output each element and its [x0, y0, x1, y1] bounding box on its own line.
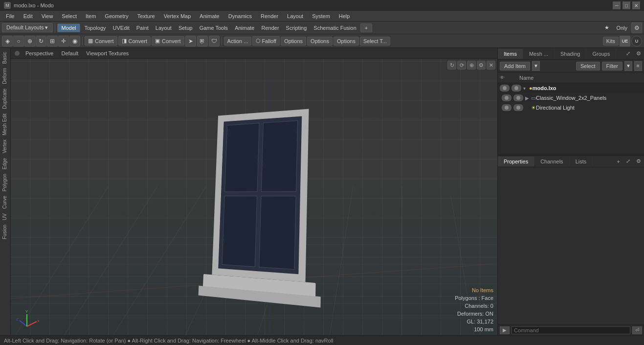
add-item-button[interactable]: Add Item — [500, 62, 530, 70]
vp-render-mode[interactable]: Default — [59, 50, 80, 57]
visibility-toggle[interactable] — [502, 94, 511, 101]
tab-groups[interactable]: Groups — [586, 49, 616, 59]
sidebar-item-curve[interactable]: Curve — [1, 194, 10, 211]
expand-icon[interactable]: ▾ — [523, 86, 529, 91]
minimize-button[interactable]: ─ — [613, 1, 621, 9]
tab-schematic[interactable]: Schematic Fusion — [311, 24, 359, 32]
menu-item-dynamics[interactable]: Dynamics — [224, 12, 256, 20]
visibility-toggle[interactable] — [500, 85, 510, 92]
plus-btn[interactable]: + — [614, 157, 623, 166]
convert-button-2[interactable]: ◨ Convert — [118, 36, 151, 46]
expand-panel-btn[interactable]: ⤢ — [623, 48, 633, 59]
menu-item-render[interactable]: Render — [257, 12, 282, 20]
vp-view-type[interactable]: Perspective — [23, 50, 55, 57]
tab-model[interactable]: Model — [57, 23, 81, 32]
menu-item-select[interactable]: Select — [58, 12, 81, 20]
tab-animate[interactable]: Animate — [232, 24, 257, 32]
shield2-tool-icon[interactable]: 🛡 — [209, 36, 220, 46]
tab-scripting[interactable]: Scripting — [283, 24, 310, 32]
list-item[interactable]: ▶ ☀ Directional Light — [498, 103, 644, 113]
arrow-tool-icon[interactable]: ➤ — [185, 36, 196, 46]
vp-ctrl-zoom[interactable]: ⊕ — [467, 61, 476, 69]
tab-topology[interactable]: Topology — [81, 24, 109, 32]
magnet-tool-icon[interactable]: ⊕ — [24, 36, 35, 46]
command-input[interactable] — [511, 326, 630, 334]
sidebar-item-polygon[interactable]: Polygon — [1, 172, 10, 193]
menu-item-geometry[interactable]: Geometry — [101, 12, 132, 20]
falloff-button[interactable]: ⬡ Falloff — [252, 36, 280, 46]
vp-ctrl-close[interactable]: ✕ — [487, 61, 495, 69]
visibility-toggle2[interactable] — [513, 94, 523, 101]
convert-button-3[interactable]: ▣ Convert — [152, 36, 184, 46]
sidebar-item-edge[interactable]: Edge — [1, 156, 10, 171]
select-button[interactable]: Select — [576, 62, 600, 70]
props-settings-btn[interactable]: ⚙ — [633, 156, 644, 166]
menu-item-edit[interactable]: Edit — [20, 12, 37, 20]
tab-layout[interactable]: Layout — [153, 24, 175, 32]
menu-item-file[interactable]: File — [2, 12, 19, 20]
visibility-toggle2[interactable] — [511, 85, 521, 92]
vp-ctrl-refresh[interactable]: ⟳ — [457, 61, 466, 69]
menu-item-item[interactable]: Item — [82, 12, 100, 20]
menu-item-view[interactable]: View — [38, 12, 57, 20]
tab-properties[interactable]: Properties — [498, 157, 534, 166]
menu-item-animate[interactable]: Animate — [196, 12, 223, 20]
tab-lists[interactable]: Lists — [570, 157, 593, 166]
more-btn[interactable]: ≡ — [634, 61, 642, 71]
options-button-1[interactable]: Options — [281, 37, 306, 46]
shield-tool-icon[interactable]: ⛨ — [197, 36, 208, 46]
menu-item-texture[interactable]: Texture — [133, 12, 159, 20]
tab-shading[interactable]: Shading — [555, 49, 586, 59]
vp-ctrl-orbit[interactable]: ↻ — [447, 61, 456, 69]
tab-setup[interactable]: Setup — [176, 24, 196, 32]
unreal-icon[interactable]: U — [631, 36, 642, 46]
list-item[interactable]: ▾ ● modo.lxo — [498, 83, 644, 93]
tab-uvedit[interactable]: UVEdit — [110, 24, 133, 32]
ue-icon[interactable]: UE — [620, 36, 630, 46]
sidebar-item-mesh-edit[interactable]: Mesh Edit — [1, 112, 10, 137]
sidebar-item-fusion[interactable]: Fusion — [1, 223, 10, 241]
kits-button[interactable]: Kits — [603, 37, 619, 46]
options-button-2[interactable]: Options — [307, 37, 333, 46]
tab-items[interactable]: Items — [498, 49, 523, 59]
sidebar-item-deform[interactable]: Deform — [1, 66, 10, 86]
tab-mesh[interactable]: Mesh ... — [523, 49, 555, 59]
options-button-3[interactable]: Options — [333, 37, 359, 46]
add-item-dropdown[interactable]: ▼ — [532, 61, 540, 71]
select-tool-icon[interactable]: ◈ — [2, 36, 13, 46]
maximize-button[interactable]: □ — [622, 1, 630, 9]
filter-button[interactable]: Filter — [602, 62, 622, 70]
sidebar-item-duplicate[interactable]: Duplicate — [1, 87, 10, 111]
circle-tool-icon[interactable]: ○ — [13, 36, 24, 46]
panel-settings-btn[interactable]: ⚙ — [633, 48, 644, 59]
rotate-tool-icon[interactable]: ↻ — [36, 36, 46, 46]
convert-button-1[interactable]: ▦ Convert — [85, 36, 117, 46]
select-tool-btn[interactable]: Select T... — [360, 37, 390, 46]
tab-render[interactable]: Render — [258, 24, 282, 32]
menu-item-vertex map[interactable]: Vertex Map — [160, 12, 195, 20]
tab-game-tools[interactable]: Game Tools — [197, 24, 231, 32]
list-item[interactable]: ▶ ▭ Classic_Window_2x2_Panels — [498, 93, 644, 103]
close-button[interactable]: ✕ — [632, 1, 640, 9]
gear-settings-icon[interactable]: ⚙ — [631, 23, 642, 33]
command-execute-btn[interactable]: ⏎ — [632, 326, 642, 334]
action-button[interactable]: Action ... — [224, 37, 252, 46]
sidebar-item-basic[interactable]: Basic — [1, 50, 10, 66]
expand-props-btn[interactable]: ⤢ — [623, 156, 633, 166]
menu-item-layout[interactable]: Layout — [283, 12, 307, 20]
menu-item-system[interactable]: System — [308, 12, 334, 20]
command-arrow-btn[interactable]: ▶ — [500, 326, 510, 334]
visibility-toggle[interactable] — [502, 104, 511, 111]
vp-ctrl-settings[interactable]: ⚙ — [477, 61, 486, 69]
camera-tool-icon[interactable]: ◉ — [69, 36, 80, 46]
scale-tool-icon[interactable]: ⊞ — [47, 36, 58, 46]
layouts-dropdown[interactable]: Default Layouts ▾ — [2, 23, 53, 32]
move-tool-icon[interactable]: ✛ — [58, 36, 69, 46]
menu-item-help[interactable]: Help — [335, 12, 354, 20]
expand-icon[interactable]: ▶ — [525, 95, 531, 101]
sidebar-item-uv[interactable]: UV — [1, 211, 10, 222]
sidebar-item-vertex[interactable]: Vertex — [1, 138, 10, 155]
vp-shading[interactable]: Viewport Textures — [84, 50, 131, 57]
add-workspace-button[interactable]: + — [360, 23, 372, 32]
filter-dropdown[interactable]: ▼ — [624, 61, 632, 71]
